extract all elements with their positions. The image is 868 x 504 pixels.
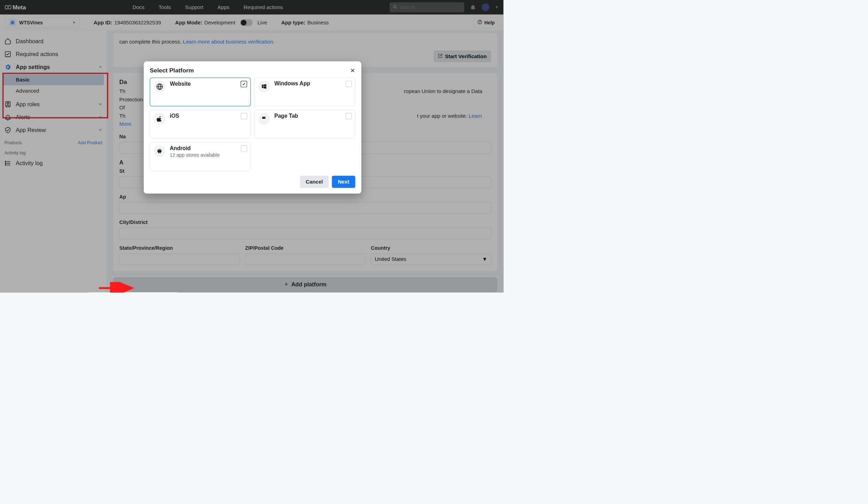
zip-input[interactable] [245, 254, 365, 265]
chevron-up-icon [98, 64, 102, 70]
home-icon [5, 38, 11, 45]
sidebar-item-activity-log[interactable]: Activity log [0, 157, 107, 170]
start-verification-button[interactable]: Start Verification [434, 51, 491, 62]
checkbox-icon [345, 80, 352, 87]
topnav-links: Docs Tools Support Apps Required actions [26, 4, 389, 10]
next-button[interactable]: Next [332, 176, 355, 188]
app-type: App type: Business [281, 20, 329, 26]
sidebar-item-label: App roles [16, 101, 40, 108]
search-input[interactable] [400, 5, 461, 10]
platform-tile-android[interactable]: Android 12 app stores available [150, 142, 251, 171]
checkbox-icon [241, 145, 247, 152]
app-mode-value: Development [204, 20, 235, 26]
meta-logo-text: Meta [13, 4, 26, 11]
platform-label: Android [170, 145, 247, 152]
chevron-down-icon [98, 127, 102, 133]
sidebar-products-heading: Products [5, 140, 22, 146]
cancel-button[interactable]: Cancel [300, 176, 329, 188]
svg-point-9 [7, 102, 9, 104]
sidebar-item-app-review[interactable]: App Review [0, 124, 107, 137]
globe-icon [154, 81, 166, 93]
start-verification-label: Start Verification [445, 53, 487, 60]
label-state: State/Province/Region [119, 245, 239, 251]
gear-icon [5, 64, 11, 71]
app-picker[interactable]: WTSVines ▼ [5, 17, 80, 28]
add-product-link[interactable]: Add Product [78, 140, 102, 146]
topnav-link-apps[interactable]: Apps [218, 4, 229, 10]
app-mode-live-label: Live [258, 20, 267, 26]
app-type-value: Business [307, 20, 329, 26]
chevron-down-icon[interactable]: ▼ [495, 5, 498, 9]
add-platform-button[interactable]: Add platform [113, 278, 497, 292]
checkbox-icon [345, 113, 352, 119]
android-icon [153, 145, 165, 157]
search-box[interactable] [389, 2, 464, 12]
platform-tile-ios[interactable]: iOS [150, 110, 251, 139]
chevron-down-icon: ▼ [72, 21, 76, 24]
sidebar-item-label: App Review [16, 127, 46, 133]
checkbox-icon [241, 113, 247, 119]
user-avatar[interactable] [482, 3, 489, 11]
sidebar-item-alerts[interactable]: Alerts [0, 111, 107, 124]
sidebar-item-label: Activity log [16, 160, 43, 166]
platform-tile-windows[interactable]: Windows App [254, 78, 355, 106]
chevron-down-icon [98, 114, 102, 121]
meta-infinity-icon [5, 4, 11, 11]
sidebar-subitem-label: Basic [16, 77, 30, 83]
help-button[interactable]: Help [474, 17, 499, 28]
city-input[interactable] [119, 228, 491, 240]
sidebar-item-required-actions[interactable]: Required actions [0, 48, 107, 61]
topnav: Meta Docs Tools Support Apps Required ac… [0, 0, 504, 15]
svg-point-1 [12, 22, 13, 23]
platform-label: Website [170, 81, 246, 87]
svg-point-10 [5, 161, 6, 162]
topnav-link-docs[interactable]: Docs [133, 4, 144, 10]
badge-icon [5, 101, 11, 108]
apple-icon [153, 113, 165, 125]
platform-label: Windows App [274, 80, 352, 87]
country-select[interactable]: United States ▼ [371, 254, 491, 265]
checklist-icon [5, 51, 11, 58]
meta-logo[interactable]: Meta [5, 4, 26, 11]
notifications-icon[interactable] [470, 4, 476, 10]
platform-grid: Website Windows App iOS Page Ta [150, 78, 355, 171]
list-icon [5, 160, 11, 167]
platform-tile-website[interactable]: Website [150, 78, 251, 106]
country-value: United States [375, 256, 407, 262]
topnav-link-tools[interactable]: Tools [159, 4, 171, 10]
search-icon [393, 5, 397, 10]
app-type-label: App type: [281, 20, 306, 26]
topnav-link-support[interactable]: Support [185, 4, 204, 10]
svg-point-6 [480, 23, 480, 23]
shield-icon [5, 127, 11, 134]
plus-icon [284, 281, 289, 288]
sidebar-item-app-roles[interactable]: App roles [0, 98, 107, 111]
close-icon[interactable] [350, 68, 355, 73]
add-platform-label: Add platform [291, 281, 326, 288]
sidebar: Dashboard Required actions App settings … [0, 31, 107, 292]
sidebar-subitem-advanced[interactable]: Advanced [0, 85, 107, 96]
platform-tile-pagetab[interactable]: Page Tab [254, 110, 355, 139]
verification-text: can complete this process. Learn more ab… [119, 38, 491, 46]
app-picker-name: WTSVines [19, 20, 43, 25]
app-bar: WTSVines ▼ App ID: 1948503632292539 App … [0, 15, 504, 31]
apt-input[interactable] [119, 202, 491, 214]
app-id-value: 1948503632292539 [115, 20, 161, 26]
label-apt: Ap [119, 194, 491, 200]
topnav-link-required[interactable]: Required actions [244, 4, 283, 10]
state-input[interactable] [119, 254, 239, 265]
modal-title: Select Platform [150, 67, 194, 74]
flag-icon [258, 113, 270, 125]
sidebar-item-dashboard[interactable]: Dashboard [0, 35, 107, 48]
sidebar-sublist-settings: Basic Advanced [0, 73, 107, 98]
chevron-down-icon: ▼ [482, 256, 487, 262]
app-avatar-icon [9, 19, 16, 26]
windows-icon [258, 80, 270, 92]
learn-more-verification-link[interactable]: Learn more about business verification [183, 39, 273, 45]
select-platform-modal: Select Platform Website Windows App [144, 61, 361, 193]
sidebar-subitem-basic[interactable]: Basic [3, 74, 104, 85]
mode-toggle[interactable] [240, 19, 253, 26]
sidebar-item-label: App settings [16, 64, 50, 70]
sidebar-item-app-settings[interactable]: App settings [0, 61, 107, 73]
svg-point-12 [5, 164, 6, 165]
